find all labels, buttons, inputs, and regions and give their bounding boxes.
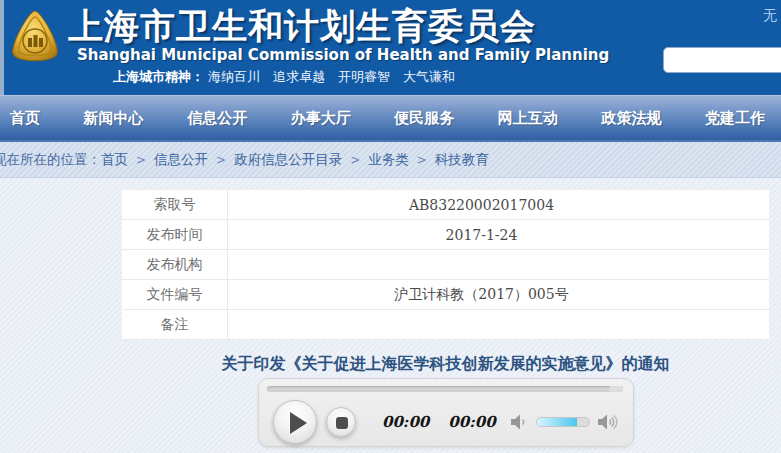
stop-button[interactable]	[326, 407, 356, 437]
nav-item-policies-regulations[interactable]: 政策法规	[601, 109, 661, 128]
document-info-table: 索取号 AB83220002017004 发布时间 2017-1-24 发布机构…	[122, 189, 769, 340]
seek-handle[interactable]	[609, 386, 623, 392]
city-spirit-line: 上海城市精神：海纳百川 追求卓越 开明睿智 大气谦和	[113, 68, 455, 86]
volume-fill	[537, 418, 577, 426]
left-edge-strip	[0, 0, 4, 95]
breadcrumb-link-home[interactable]: 首页	[101, 151, 128, 169]
player-controls: 00:00 00:00	[259, 397, 633, 446]
table-row: 发布时间 2017-1-24	[122, 220, 769, 250]
breadcrumb-label: 现在所在的位置：	[0, 151, 101, 169]
nav-item-online-interaction[interactable]: 网上互动	[498, 109, 558, 128]
table-row: 发布机构	[122, 250, 769, 280]
breadcrumb: 现在所在的位置： 首页 > 信息公开 > 政府信息公开目录 > 业务类 > 科技…	[0, 140, 781, 178]
breadcrumb-separator: >	[136, 153, 146, 167]
current-time: 00:00	[382, 413, 429, 431]
nav-item-news-center[interactable]: 新闻中心	[84, 109, 144, 128]
table-row: 备注	[122, 310, 769, 340]
field-value: 2017-1-24	[228, 220, 769, 249]
nav-item-service-hall[interactable]: 办事大厅	[291, 109, 351, 128]
city-spirit-text: 海纳百川 追求卓越 开明睿智 大气谦和	[208, 69, 455, 84]
content-area: 索取号 AB83220002017004 发布时间 2017-1-24 发布机构…	[0, 178, 781, 453]
page-root: 上海市卫生和计划生育委员会 Shanghai Municipal Commiss…	[0, 0, 781, 453]
total-time: 00:00	[448, 413, 495, 431]
nav-item-home[interactable]: 首页	[10, 109, 40, 128]
time-display: 00:00 00:00	[382, 413, 496, 431]
stop-icon	[336, 417, 348, 429]
volume-high-icon[interactable]	[597, 414, 619, 430]
city-spirit-label: 上海城市精神：	[113, 69, 204, 84]
field-label: 发布时间	[122, 220, 228, 249]
breadcrumb-link-gov-info-catalog[interactable]: 政府信息公开目录	[234, 151, 342, 169]
org-title-en: Shanghai Municipal Commission of Health …	[77, 46, 609, 64]
field-label: 发布机构	[122, 250, 228, 279]
seek-bar[interactable]	[267, 386, 623, 392]
play-icon	[290, 412, 307, 434]
table-row: 索取号 AB83220002017004	[122, 190, 769, 220]
search-input[interactable]	[664, 48, 781, 72]
accessibility-link[interactable]: 无	[763, 7, 777, 25]
field-label: 索取号	[122, 190, 228, 219]
breadcrumb-link-info-disclosure[interactable]: 信息公开	[154, 151, 208, 169]
site-header: 上海市卫生和计划生育委员会 Shanghai Municipal Commiss…	[0, 0, 781, 95]
nav-item-convenient-services[interactable]: 便民服务	[394, 109, 454, 128]
main-nav: 首页 新闻中心 信息公开 办事大厅 便民服务 网上互动 政策法规 党建工作	[0, 95, 781, 140]
audio-player: 00:00 00:00	[258, 378, 634, 447]
field-value: 沪卫计科教（2017）005号	[228, 280, 769, 309]
breadcrumb-link-business-category[interactable]: 业务类	[368, 151, 409, 169]
breadcrumb-separator: >	[216, 153, 226, 167]
org-logo-icon[interactable]	[7, 8, 63, 66]
play-button[interactable]	[273, 400, 317, 444]
breadcrumb-separator: >	[350, 153, 360, 167]
breadcrumb-link-sci-tech-education[interactable]: 科技教育	[435, 151, 489, 169]
field-label: 备注	[122, 310, 228, 339]
volume-low-icon[interactable]	[510, 414, 529, 430]
nav-item-info-disclosure[interactable]: 信息公开	[187, 109, 247, 128]
field-value: AB83220002017004	[228, 190, 769, 219]
table-row: 文件编号 沪卫计科教（2017）005号	[122, 280, 769, 310]
volume-slider[interactable]	[536, 417, 590, 427]
document-title: 关于印发《关于促进上海医学科技创新发展的实施意见》的通知	[122, 354, 769, 375]
org-title-cn: 上海市卫生和计划生育委员会	[68, 3, 536, 50]
search-box	[663, 47, 781, 73]
volume-controls	[510, 414, 619, 430]
field-value	[228, 250, 769, 279]
field-label: 文件编号	[122, 280, 228, 309]
field-value	[228, 310, 769, 339]
breadcrumb-separator: >	[417, 153, 427, 167]
nav-item-party-building[interactable]: 党建工作	[705, 109, 765, 128]
